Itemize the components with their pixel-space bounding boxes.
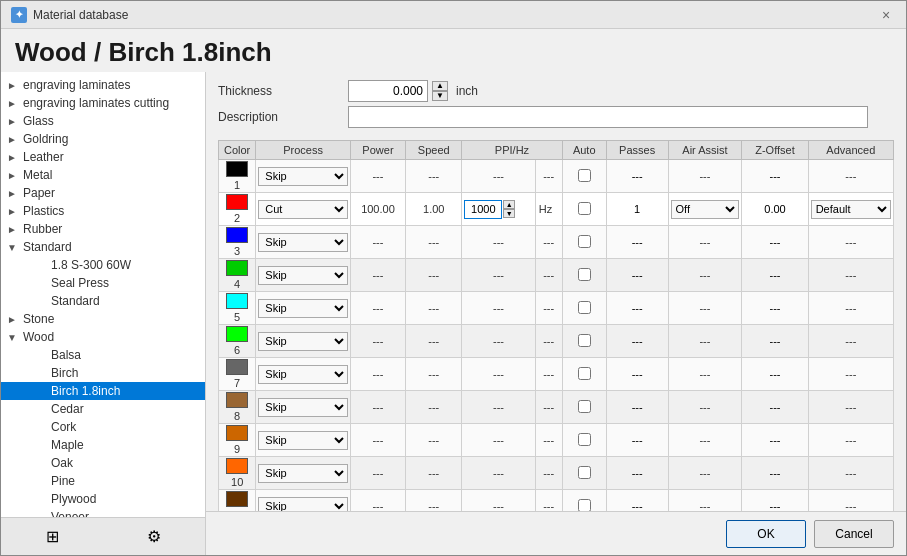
auto-cell — [562, 259, 606, 292]
ok-button[interactable]: OK — [726, 520, 806, 548]
sidebar-item-12[interactable]: Standard — [1, 292, 205, 310]
air-assist-cell: --- — [668, 259, 742, 292]
table-row: 8SkipCutEngraveScore--------------------… — [219, 391, 894, 424]
process-select[interactable]: SkipCutEngraveScore — [258, 233, 347, 252]
sidebar-item-3[interactable]: ►Goldring — [1, 130, 205, 148]
sidebar-item-6[interactable]: ►Paper — [1, 184, 205, 202]
hz-cell: --- — [535, 292, 562, 325]
sidebar-item-15[interactable]: Balsa — [1, 346, 205, 364]
color-swatch — [226, 458, 248, 474]
sidebar-scroll[interactable]: ►engraving laminates►engraving laminates… — [1, 72, 205, 517]
auto-cell — [562, 490, 606, 512]
process-select[interactable]: SkipCutEngraveScore — [258, 332, 347, 351]
advanced-cell: --- — [808, 490, 893, 512]
auto-checkbox[interactable] — [578, 367, 591, 380]
thickness-spin-down[interactable]: ▼ — [432, 91, 448, 101]
auto-checkbox[interactable] — [578, 235, 591, 248]
auto-checkbox[interactable] — [578, 433, 591, 446]
sidebar-item-17[interactable]: Birch 1.8inch — [1, 382, 205, 400]
process-select[interactable]: SkipCutEngraveScore — [258, 365, 347, 384]
process-cell: SkipCutEngraveScore — [256, 193, 350, 226]
process-select[interactable]: SkipCutEngraveScore — [258, 200, 347, 219]
sidebar-item-22[interactable]: Pine — [1, 472, 205, 490]
table-container[interactable]: Color Process Power Speed PPI/Hz Auto Pa… — [206, 140, 906, 511]
sidebar-item-7[interactable]: ►Plastics — [1, 202, 205, 220]
speed-cell: --- — [406, 226, 462, 259]
table-row: 9SkipCutEngraveScore--------------------… — [219, 424, 894, 457]
sidebar-settings-button[interactable]: ⚙ — [103, 518, 205, 555]
color-cell: 5 — [219, 292, 256, 325]
sidebar-item-label: Cork — [51, 420, 76, 434]
process-select[interactable]: SkipCutEngraveScore — [258, 497, 347, 512]
sidebar-item-1[interactable]: ►engraving laminates cutting — [1, 94, 205, 112]
sidebar-item-label: Rubber — [23, 222, 62, 236]
sidebar-item-2[interactable]: ►Glass — [1, 112, 205, 130]
thickness-input[interactable] — [348, 80, 428, 102]
sidebar-item-label: Maple — [51, 438, 84, 452]
process-cell: SkipCutEngraveScore — [256, 259, 350, 292]
hz-cell: --- — [535, 457, 562, 490]
col-ppihz: PPI/Hz — [462, 141, 562, 160]
ppi-spin-down[interactable]: ▼ — [503, 209, 515, 218]
process-select[interactable]: SkipCutEngraveScore — [258, 431, 347, 450]
sidebar-item-5[interactable]: ►Metal — [1, 166, 205, 184]
sidebar-item-20[interactable]: Maple — [1, 436, 205, 454]
auto-checkbox[interactable] — [578, 268, 591, 281]
process-select[interactable]: SkipCutEngraveScore — [258, 398, 347, 417]
sidebar-item-11[interactable]: Seal Press — [1, 274, 205, 292]
advanced-cell: --- — [808, 292, 893, 325]
sidebar-item-23[interactable]: Plywood — [1, 490, 205, 508]
auto-checkbox[interactable] — [578, 169, 591, 182]
ppi-spin-up[interactable]: ▲ — [503, 200, 515, 209]
description-input[interactable] — [348, 106, 868, 128]
sidebar-item-14[interactable]: ▼Wood — [1, 328, 205, 346]
sidebar-item-4[interactable]: ►Leather — [1, 148, 205, 166]
sidebar-item-24[interactable]: Veneer — [1, 508, 205, 517]
sidebar-item-label: Standard — [23, 240, 72, 254]
air-assist-select[interactable]: OffOnAuto — [671, 200, 740, 219]
ppi-input[interactable] — [464, 200, 502, 219]
sidebar-item-10[interactable]: 1.8 S-300 60W — [1, 256, 205, 274]
sidebar-item-label: Veneer — [51, 510, 89, 517]
thickness-unit: inch — [456, 84, 478, 98]
auto-checkbox[interactable] — [578, 466, 591, 479]
table-row: 2SkipCutEngraveScore100.001.00▲▼Hz1OffOn… — [219, 193, 894, 226]
process-select[interactable]: SkipCutEngraveScore — [258, 464, 347, 483]
process-select[interactable]: SkipCutEngraveScore — [258, 266, 347, 285]
table-row: 3SkipCutEngraveScore--------------------… — [219, 226, 894, 259]
thickness-spin-up[interactable]: ▲ — [432, 81, 448, 91]
sidebar-item-19[interactable]: Cork — [1, 418, 205, 436]
advanced-select[interactable]: DefaultCustom — [811, 200, 891, 219]
table-header-row: Color Process Power Speed PPI/Hz Auto Pa… — [219, 141, 894, 160]
process-select[interactable]: SkipCutEngraveScore — [258, 299, 347, 318]
expand-icon: ► — [7, 80, 19, 91]
sidebar-add-button[interactable]: ⊞ — [1, 518, 103, 555]
color-cell: 8 — [219, 391, 256, 424]
color-cell: 11 — [219, 490, 256, 512]
sidebar-item-13[interactable]: ►Stone — [1, 310, 205, 328]
expand-icon: ► — [7, 188, 19, 199]
auto-checkbox[interactable] — [578, 202, 591, 215]
sidebar-item-9[interactable]: ▼Standard — [1, 238, 205, 256]
power-cell: --- — [350, 490, 405, 512]
close-button[interactable]: × — [876, 5, 896, 25]
passes-cell: --- — [606, 226, 668, 259]
sidebar-item-18[interactable]: Cedar — [1, 400, 205, 418]
auto-cell — [562, 160, 606, 193]
sidebar-item-21[interactable]: Oak — [1, 454, 205, 472]
sidebar-item-0[interactable]: ►engraving laminates — [1, 76, 205, 94]
cancel-button[interactable]: Cancel — [814, 520, 894, 548]
auto-checkbox[interactable] — [578, 400, 591, 413]
speed-cell: --- — [406, 160, 462, 193]
ppi-cell: --- — [462, 457, 535, 490]
auto-checkbox[interactable] — [578, 334, 591, 347]
color-cell: 7 — [219, 358, 256, 391]
auto-checkbox[interactable] — [578, 301, 591, 314]
sidebar-item-16[interactable]: Birch — [1, 364, 205, 382]
auto-checkbox[interactable] — [578, 499, 591, 512]
power-cell: --- — [350, 325, 405, 358]
hz-label: Hz — [539, 203, 552, 215]
sidebar-item-8[interactable]: ►Rubber — [1, 220, 205, 238]
color-cell: 1 — [219, 160, 256, 193]
process-select[interactable]: SkipCutEngraveScore — [258, 167, 347, 186]
